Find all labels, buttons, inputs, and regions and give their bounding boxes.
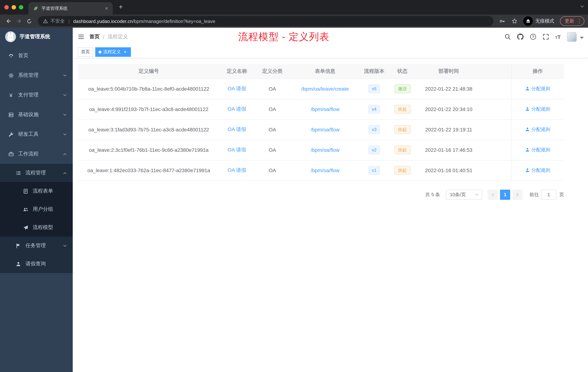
- user-icon: [525, 148, 530, 152]
- definition-name-link[interactable]: OA 请假: [228, 167, 246, 173]
- form-link[interactable]: /bpm/oa/flow: [311, 106, 340, 112]
- definition-id: oa_leave:4:991f2193-7b7f-11ec-a3c8-acde4…: [78, 99, 220, 119]
- flag-icon: [15, 243, 21, 249]
- assign-rule-link[interactable]: 分配规则: [525, 167, 550, 174]
- tags-view: 首页 流程定义 ×: [73, 46, 588, 58]
- chevron-down-icon: [63, 93, 67, 97]
- col-definition-category: 定义分类: [254, 64, 291, 79]
- prev-page-button[interactable]: [488, 189, 498, 200]
- definition-name-link[interactable]: OA 请假: [228, 147, 246, 153]
- definition-name-link[interactable]: OA 请假: [228, 126, 246, 132]
- star-bookmark-icon[interactable]: [509, 16, 520, 26]
- sidebar-item-leave-query[interactable]: 请假查询: [0, 255, 73, 273]
- logo-avatar: [5, 31, 16, 42]
- window-controls: [0, 5, 28, 10]
- definition-category: OA: [254, 160, 291, 181]
- definition-id: oa_leave:3:1fad3d93-7b75-11ec-a3c8-acde4…: [78, 119, 220, 140]
- form-link[interactable]: /bpm/oa/flow: [311, 127, 340, 132]
- search-icon[interactable]: [504, 33, 511, 40]
- form-link[interactable]: /bpm/oa/flow: [311, 167, 340, 173]
- sidebar-logo[interactable]: 芋道管理系统: [0, 28, 73, 46]
- sidebar-item-label: 流程表单: [33, 188, 53, 194]
- tab-close-icon[interactable]: ×: [103, 5, 110, 12]
- col-deploy-time: 部署时间: [416, 64, 482, 79]
- toolbar-right: 无痕模式 更新 ⋮: [497, 16, 584, 26]
- assign-rule-link[interactable]: 分配规则: [525, 147, 550, 153]
- sidebar-item-process-form[interactable]: 流程表单: [0, 182, 73, 200]
- kebab-menu-icon[interactable]: ⋮: [577, 19, 582, 24]
- chevron-left-icon: [491, 192, 495, 197]
- warning-icon: [43, 19, 48, 24]
- tag-process-definition[interactable]: 流程定义 ×: [95, 47, 131, 57]
- status-tag: 挂起: [394, 146, 410, 154]
- col-definition-name: 定义名称: [220, 64, 254, 79]
- close-window-button[interactable]: [4, 5, 9, 10]
- back-button[interactable]: [4, 16, 14, 26]
- tag-close-icon[interactable]: ×: [123, 49, 128, 55]
- sidebar-item-label: 流程模型: [33, 224, 53, 231]
- deploy-time: 2022-01-22 20:34:10: [416, 99, 482, 119]
- goto-page-input[interactable]: [541, 189, 556, 200]
- sidebar-item-dev-tools[interactable]: 研发工具: [0, 124, 73, 144]
- sidebar-item-process-model[interactable]: 流程模型: [0, 219, 73, 237]
- user-avatar[interactable]: [567, 32, 577, 42]
- font-size-icon[interactable]: TT: [555, 34, 561, 40]
- status-tag: 挂起: [394, 105, 410, 114]
- assign-rule-link[interactable]: 分配规则: [525, 126, 550, 133]
- sidebar-item-label: 首页: [18, 52, 28, 59]
- sidebar-item-infrastructure[interactable]: 基础设施: [0, 105, 73, 124]
- sidebar-item-label: 系统管理: [18, 72, 39, 79]
- github-icon[interactable]: [517, 33, 524, 40]
- sidebar-item-user-group[interactable]: 用户分组: [0, 200, 73, 219]
- forward-button[interactable]: [14, 16, 24, 26]
- version-tag: v3: [368, 125, 380, 134]
- sidebar-item-process-management[interactable]: 流程管理: [0, 164, 73, 182]
- sidebar-item-payment[interactable]: ¥ 支付管理: [0, 85, 73, 105]
- status-tag: 挂起: [394, 125, 410, 134]
- breadcrumb-separator: /: [103, 34, 104, 40]
- question-icon[interactable]: [530, 33, 536, 40]
- fullscreen-icon[interactable]: [542, 33, 549, 40]
- form-link[interactable]: /bpm/oa/flow: [311, 147, 340, 153]
- list-icon: [15, 170, 21, 176]
- navbar-actions: TT: [504, 32, 584, 42]
- page-size-select[interactable]: 10条/页: [446, 189, 482, 200]
- minimize-window-button[interactable]: [12, 5, 16, 10]
- assign-rule-link[interactable]: 分配规则: [525, 106, 550, 112]
- page-number-button[interactable]: 1: [500, 189, 510, 200]
- app-frame: 芋道管理系统 首页 系统管理 ¥ 支付管理 基础设施: [0, 28, 588, 372]
- new-tab-button[interactable]: +: [116, 2, 126, 12]
- sidebar-item-workflow[interactable]: 工作流程: [0, 144, 73, 164]
- table-header-row: 定义编号 定义名称 定义分类 表单信息 流程版本 状态 部署时间 操作: [78, 64, 564, 79]
- refresh-button[interactable]: [24, 16, 34, 26]
- caret-down-icon[interactable]: [580, 37, 584, 39]
- sidebar-item-task-management[interactable]: 任务管理: [0, 237, 73, 255]
- tag-home[interactable]: 首页: [78, 47, 93, 57]
- security-label[interactable]: 不安全: [51, 18, 65, 24]
- assign-rule-link[interactable]: 分配规则: [525, 86, 550, 92]
- tab-search-chevron-icon[interactable]: [580, 4, 584, 9]
- col-process-version: 流程版本: [360, 64, 389, 79]
- breadcrumb-home[interactable]: 首页: [89, 33, 100, 40]
- definition-table: 定义编号 定义名称 定义分类 表单信息 流程版本 状态 部署时间 操作: [78, 64, 564, 181]
- active-dot: [99, 50, 101, 53]
- yen-icon: ¥: [8, 92, 14, 98]
- browser-tab[interactable]: 芋道管理系统 ×: [28, 2, 113, 15]
- form-link[interactable]: /bpm/oa/leave/create: [301, 86, 349, 92]
- key-icon[interactable]: [497, 16, 507, 26]
- next-page-button[interactable]: [512, 189, 523, 200]
- definition-name-link[interactable]: OA 请假: [228, 86, 246, 91]
- address-bar[interactable]: 不安全 | dashboard.yudao.iocoder.cn/bpm/man…: [38, 16, 494, 26]
- chevron-down-icon: [63, 132, 67, 136]
- definition-name-link[interactable]: OA 请假: [228, 106, 246, 112]
- maximize-window-button[interactable]: [19, 5, 23, 10]
- document-icon: [22, 188, 28, 194]
- chrome-update-button[interactable]: 更新 ⋮: [560, 16, 584, 26]
- hamburger-icon[interactable]: [73, 28, 89, 46]
- deploy-time: 2022-01-22 19:19:11: [416, 119, 482, 140]
- sidebar-item-home[interactable]: 首页: [0, 46, 73, 66]
- definition-category: OA: [254, 99, 291, 119]
- sidebar-item-system[interactable]: 系统管理: [0, 66, 73, 85]
- incognito-indicator[interactable]: 无痕模式: [523, 16, 554, 26]
- sidebar-item-label: 请假查询: [25, 261, 46, 267]
